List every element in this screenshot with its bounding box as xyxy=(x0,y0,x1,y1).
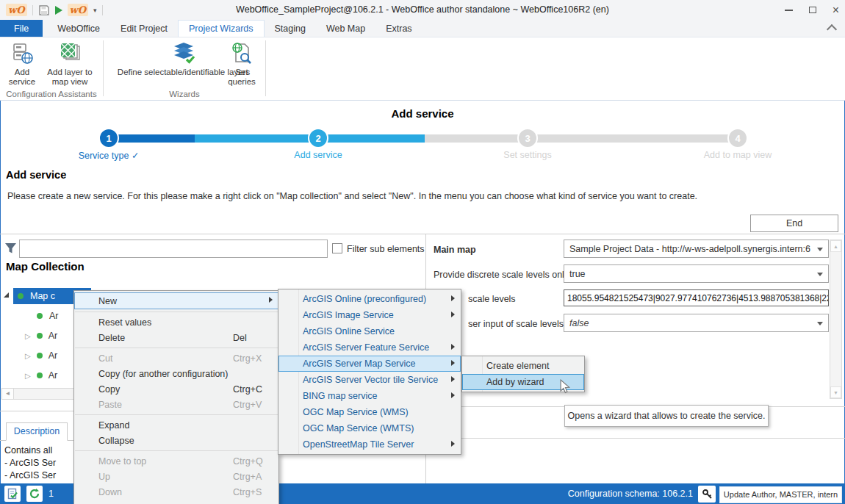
tab-file[interactable]: File xyxy=(0,20,43,37)
menu-item-delete[interactable]: DeleteDel xyxy=(74,330,278,345)
maximize-icon[interactable] xyxy=(809,7,816,13)
titlebar: wO wO ▾ WebOffice_SampleProject@106.2.1 … xyxy=(0,0,845,20)
update-author-button[interactable]: Update Author, MASTER, intern only xyxy=(719,486,842,503)
minimize-icon[interactable] xyxy=(785,10,793,11)
qat-customize-chevron-icon[interactable]: ▾ xyxy=(93,7,97,14)
add-service-icon xyxy=(10,40,34,67)
scroll-up-arrow-icon[interactable]: ▲ xyxy=(830,240,841,252)
filter-input[interactable] xyxy=(19,240,328,258)
separator xyxy=(102,5,103,15)
menu-item-label: ArcGIS Server Feature Service xyxy=(303,342,429,353)
main-map-select[interactable]: Sample Project Data - http://w-ws-adelpo… xyxy=(564,240,829,258)
tab-staging[interactable]: Staging xyxy=(265,20,316,37)
filter-sub-elements-checkbox[interactable] xyxy=(332,243,342,253)
save-configuration-icon[interactable] xyxy=(4,486,21,502)
submenu-arrow-icon xyxy=(451,376,455,382)
tree-expander-open-icon[interactable] xyxy=(4,292,9,298)
add-layer-to-map-view-button[interactable]: Add layer to map view xyxy=(41,40,98,87)
collapse-ribbon-chevron-icon[interactable] xyxy=(828,24,836,29)
menu-item-new[interactable]: New xyxy=(74,292,278,309)
scale-levels-input[interactable]: 18055.954821525473|9027.977410762736|451… xyxy=(564,289,829,306)
tree-expander-closed-icon[interactable]: ▷ xyxy=(25,352,31,360)
tab-project-wizards[interactable]: Project Wizards xyxy=(178,20,265,37)
discrete-scales-select[interactable]: true xyxy=(564,264,829,283)
submenu-item-arcgis-server-map-service[interactable]: ArcGIS Server Map Service xyxy=(278,356,461,372)
tab-weboffice[interactable]: WebOffice xyxy=(47,20,110,37)
submenu-arrow-icon xyxy=(451,295,455,301)
vertical-scrollbar[interactable]: ▲ ▼ xyxy=(830,240,842,399)
tree-item-service[interactable]: ▷ Ar xyxy=(25,348,57,364)
tree-item-service[interactable]: Ar xyxy=(37,308,59,324)
menu-item-copy-for-another-configuration[interactable]: Copy (for another configuration) xyxy=(74,366,278,381)
main-map-value: Sample Project Data - http://w-ws-adelpo… xyxy=(569,244,810,254)
property-label-scale-levels: scale levels xyxy=(468,294,516,304)
add-service-button[interactable]: Add service xyxy=(3,40,41,87)
tree-expander-closed-icon[interactable]: ▷ xyxy=(25,332,31,340)
scroll-left-arrow-icon[interactable]: ◄ xyxy=(2,389,14,399)
weboffice-author-window: wO wO ▾ WebOffice_SampleProject@106.2.1 … xyxy=(0,0,845,504)
tab-extras[interactable]: Extras xyxy=(375,20,422,37)
status-dot-icon xyxy=(37,313,43,319)
menu-item-label: OGC Map Service (WMS) xyxy=(303,407,409,417)
description-text: - ArcGIS Ser xyxy=(4,458,56,468)
description-text: - ArcGIS Ser xyxy=(4,470,56,480)
tree-item-label: Ar xyxy=(48,331,58,341)
tree-item-service[interactable]: ▷ Ar xyxy=(25,367,57,384)
menu-separator xyxy=(75,414,278,415)
menu-item-up[interactable]: UpCtrg+A xyxy=(74,469,278,484)
app-logo-icon[interactable]: wO xyxy=(6,4,27,16)
ribbon-group-separator xyxy=(265,40,266,96)
refresh-icon[interactable] xyxy=(26,486,43,502)
tree-item-label: Ar xyxy=(48,350,58,361)
filter-icon xyxy=(4,242,17,254)
status-dot-icon xyxy=(18,293,24,299)
submenu-item-create-element[interactable]: Create element xyxy=(462,358,584,374)
section-line xyxy=(426,438,845,439)
menu-item-expand[interactable]: Expand xyxy=(74,417,278,433)
submenu-item-arcgis-online-preconfigured[interactable]: ArcGIS Online (preconfigured) xyxy=(278,291,461,307)
tree-item-label: Map c xyxy=(30,291,55,301)
menu-item-paste[interactable]: PasteCtrg+V xyxy=(74,397,278,412)
submenu-item-arcgis-image-service[interactable]: ArcGIS Image Service xyxy=(278,307,461,323)
submenu-arrow-icon xyxy=(451,392,455,398)
menu-item-label: Create element xyxy=(486,361,549,371)
menu-separator xyxy=(75,312,278,312)
menu-item-label: ArcGIS Online Service xyxy=(303,326,395,336)
menu-item-move-to-top[interactable]: Move to topCtrg+Q xyxy=(74,453,278,469)
key-icon[interactable] xyxy=(698,486,716,503)
menu-item-reset-values[interactable]: Reset values xyxy=(74,314,278,330)
tab-description[interactable]: Description xyxy=(6,422,68,441)
tab-edit-project[interactable]: Edit Project xyxy=(110,20,178,37)
user-input-scales-select[interactable]: false xyxy=(564,314,829,332)
save-icon[interactable] xyxy=(38,4,50,16)
tooltip: Opens a wizard that allows to create the… xyxy=(564,405,769,427)
weboffice-icon[interactable]: wO xyxy=(68,4,89,16)
tree-expander-closed-icon[interactable]: ▷ xyxy=(25,372,31,380)
submenu-item-ogc-map-service-wmts[interactable]: OGC Map Service (WMTS) xyxy=(278,420,461,436)
wizard-step-3-circle: 3 xyxy=(517,128,538,148)
tree-item-service[interactable]: ▷ Ar xyxy=(25,328,57,344)
menu-item-label: BING map service xyxy=(303,391,377,401)
tab-web-map[interactable]: Web Map xyxy=(316,20,375,37)
wizard-step-1-circle: 1 xyxy=(98,128,119,148)
button-label: Add layer to map view xyxy=(41,68,98,87)
run-icon[interactable] xyxy=(55,6,62,15)
menu-item-cut[interactable]: CutCtrg+X xyxy=(74,350,278,366)
close-icon[interactable]: × xyxy=(833,4,839,16)
menu-item-collapse[interactable]: Collapse xyxy=(74,433,278,448)
menu-item-label: New xyxy=(98,296,117,306)
submenu-item-arcgis-online-service[interactable]: ArcGIS Online Service xyxy=(278,323,461,339)
menu-item-move-to-bottom[interactable]: Move to bottomCtrg+Y xyxy=(74,500,278,504)
submenu-item-ogc-map-service-wms[interactable]: OGC Map Service (WMS) xyxy=(278,404,461,420)
submenu-item-bing-map-service[interactable]: BING map service xyxy=(278,388,461,404)
submenu-item-arcgis-server-vector-tile-service[interactable]: ArcGIS Server Vector tile Service xyxy=(278,372,461,388)
set-queries-button[interactable]: Set queries xyxy=(220,40,263,87)
scroll-down-arrow-icon[interactable]: ▼ xyxy=(830,386,841,398)
menu-item-down[interactable]: DownCtrg+S xyxy=(74,484,278,500)
menu-item-copy[interactable]: CopyCtrg+C xyxy=(74,381,278,397)
menu-item-label: Reset values xyxy=(98,317,151,328)
end-button[interactable]: End xyxy=(750,215,838,232)
submenu-item-arcgis-server-feature-service[interactable]: ArcGIS Server Feature Service xyxy=(278,339,461,356)
wizard-step-3-label: Set settings xyxy=(447,150,608,160)
submenu-item-openstreetmap-tile-server[interactable]: OpenStreetMap Tile Server xyxy=(278,436,461,453)
